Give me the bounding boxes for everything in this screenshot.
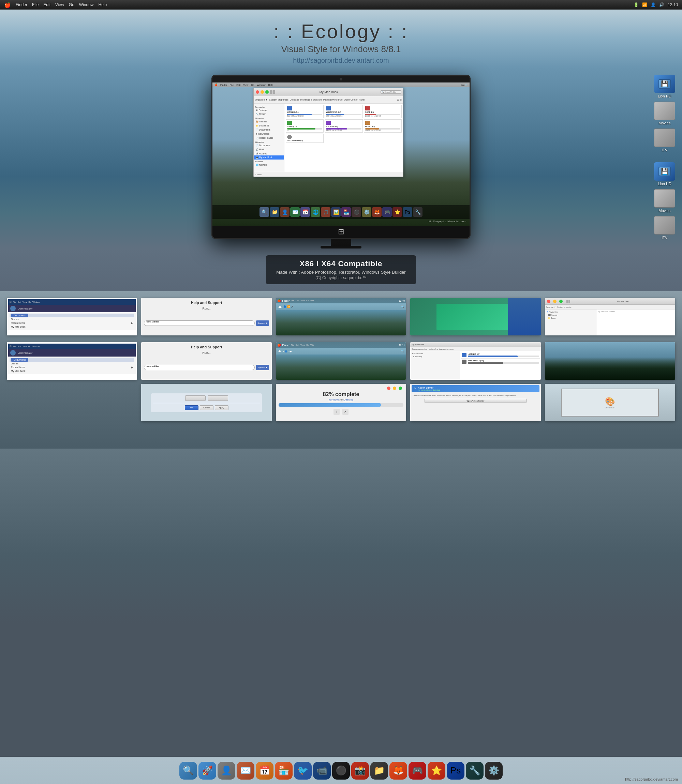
sidebar-network[interactable]: 🌐 Network bbox=[254, 163, 284, 167]
drive-backup[interactable]: BACKUP (H:) 245 GB free of 937 GB bbox=[325, 119, 362, 133]
sm2-mymacbook[interactable]: My Mac Book bbox=[10, 369, 134, 373]
dock-star[interactable]: ⭐ bbox=[392, 207, 402, 217]
sidebar-documents[interactable]: 📄 Documents bbox=[254, 128, 284, 132]
file-menu[interactable]: File bbox=[32, 2, 38, 7]
sidebar-desktop[interactable]: 🖥 Desktop bbox=[254, 108, 284, 112]
map-network-btn[interactable]: Map network drive bbox=[323, 99, 343, 101]
sidebar-recent[interactable]: 🕐 Recent places bbox=[254, 136, 284, 140]
mac-desktop-item[interactable]: 🖥 Desktop bbox=[546, 313, 596, 316]
desktop-icon-movies[interactable]: Movies bbox=[654, 102, 675, 125]
exp-det-uninstall[interactable]: Uninstall or change a program bbox=[429, 348, 454, 350]
dock-calendar-main[interactable]: 📅 bbox=[256, 762, 274, 779]
sys-props-btn[interactable]: System properties bbox=[269, 99, 288, 101]
back-btn[interactable] bbox=[270, 90, 272, 94]
mac-sys-props[interactable]: System propertie bbox=[557, 306, 572, 308]
drive-soft[interactable]: SOFT (E:) 205 GB free of 320 GB bbox=[364, 105, 402, 118]
desktop-icon-lionhd[interactable]: 💾 Lion HD bbox=[654, 75, 675, 98]
mac-close[interactable] bbox=[547, 300, 550, 303]
edit-menu[interactable]: Edit bbox=[43, 2, 51, 7]
desktop-icon-lionhd2[interactable]: 💾 Lion HD bbox=[654, 162, 675, 186]
sidebar-docs2[interactable]: 📄 Documents bbox=[254, 143, 284, 148]
sm2-documents[interactable]: Documents bbox=[10, 358, 134, 362]
dock-photos[interactable]: 🖼️ bbox=[331, 207, 341, 217]
search-box[interactable]: 🔍 Search My Mac bbox=[381, 90, 401, 94]
prog-min[interactable] bbox=[393, 386, 396, 390]
drive-music[interactable]: MUSIC (F:) 149 GB free of 280 GB bbox=[364, 119, 402, 133]
cancel-button[interactable]: Cancel bbox=[200, 405, 214, 410]
sidebar-downloads[interactable]: ⬇ Downloads bbox=[254, 132, 284, 136]
dock-finder-main[interactable]: 🔍 bbox=[179, 762, 197, 779]
mac-max[interactable] bbox=[559, 300, 562, 303]
dock-safari[interactable]: 🌐 bbox=[311, 207, 320, 217]
sidebar-repair[interactable]: 🔧 Repair bbox=[254, 112, 284, 116]
dock-games-main[interactable]: 🎮 bbox=[408, 762, 426, 779]
dock-calendar[interactable]: 📅 bbox=[300, 207, 310, 217]
sm-mymacbook[interactable]: My Mac Book bbox=[10, 325, 134, 329]
drive-game[interactable]: GAME (G:) --- bbox=[286, 119, 323, 133]
prog-close[interactable] bbox=[387, 386, 390, 390]
dialog-btn1[interactable] bbox=[185, 395, 206, 401]
dock-appstore-main[interactable]: 🏪 bbox=[275, 762, 293, 779]
sign-out-btn[interactable]: Sign out ▼ bbox=[256, 320, 269, 326]
sidebar-pictures[interactable]: 🖼 Pictures bbox=[254, 152, 284, 156]
sidebar-mymacbook[interactable]: 💻 My Mac Book bbox=[254, 156, 284, 159]
dialog-btn2[interactable] bbox=[208, 395, 228, 401]
view-menu[interactable]: View bbox=[55, 2, 64, 7]
exp-det-desktop[interactable]: 🖥 Desktop bbox=[411, 355, 458, 358]
organise-btn[interactable]: Organise ▼ bbox=[255, 99, 268, 101]
control-panel-btn[interactable]: Open Control Panel bbox=[344, 99, 365, 101]
dock-terminal[interactable]: ⚫ bbox=[352, 207, 361, 217]
close-btn[interactable] bbox=[256, 90, 259, 94]
dock-music[interactable]: 🎵 bbox=[321, 207, 330, 217]
prog-max[interactable] bbox=[398, 386, 402, 390]
desktop-icon-itv2[interactable]: iTV bbox=[654, 216, 675, 240]
help2-input[interactable]: rrams and files bbox=[144, 365, 255, 370]
drive-win7[interactable]: WINDOWS 7 (D:) 29.8 GB free of 30.2 GB bbox=[325, 105, 362, 118]
dock-games[interactable]: 🎮 bbox=[382, 207, 392, 217]
mac-sagor-item[interactable]: 📁 Sagor bbox=[546, 316, 596, 320]
dock-unknown2[interactable]: ⚙️ bbox=[485, 762, 503, 779]
exp-det-sys-props[interactable]: System properties bbox=[411, 348, 427, 350]
sm-documents[interactable]: Documents bbox=[10, 313, 134, 317]
dock-finder[interactable]: 🔍 bbox=[260, 207, 269, 217]
view-options[interactable]: ☰ ⊞ bbox=[397, 99, 402, 101]
dock-unknown1[interactable]: 📸 bbox=[351, 762, 369, 779]
help2-signout[interactable]: Sign out ▼ bbox=[256, 365, 269, 370]
dock-photoshop-main[interactable]: Ps bbox=[447, 762, 464, 779]
drive-dvd[interactable]: DVD RW Drive (I:) bbox=[286, 134, 323, 143]
sm-recent[interactable]: Recent Items ▶ bbox=[10, 321, 134, 325]
apple-menu[interactable]: 🍎 bbox=[4, 2, 11, 8]
dock-photoshop[interactable]: Ps bbox=[403, 207, 412, 217]
dock-launchpad[interactable]: 🚀 bbox=[198, 762, 216, 779]
desktop-icon-movies2[interactable]: Movies bbox=[654, 189, 675, 213]
mac-organise[interactable]: Organise ▼ bbox=[546, 306, 556, 308]
ac-open-btn[interactable]: Open Action Center bbox=[425, 399, 527, 403]
dock-firefox[interactable]: 🦊 bbox=[372, 207, 382, 217]
maximize-btn[interactable] bbox=[265, 90, 269, 94]
forward-btn[interactable] bbox=[273, 90, 275, 94]
window-menu[interactable]: Window bbox=[79, 2, 94, 7]
dock-more[interactable]: 🔧 bbox=[466, 762, 484, 779]
sm-games[interactable]: Games bbox=[10, 317, 134, 321]
sm2-games[interactable]: Games bbox=[10, 362, 134, 366]
minimize-btn[interactable] bbox=[261, 90, 264, 94]
dock-settings[interactable]: ⚙️ bbox=[362, 207, 371, 217]
dock-appstore[interactable]: 🏪 bbox=[341, 207, 351, 217]
dock-files[interactable]: 📁 bbox=[370, 762, 388, 779]
dock-firefox-main[interactable]: 🦊 bbox=[389, 762, 407, 779]
sidebar-themes[interactable]: 🎨 Themes bbox=[254, 120, 284, 124]
prog-cancel-btn[interactable]: ✕ bbox=[343, 409, 349, 415]
sidebar-system32[interactable]: 📁 System32 bbox=[254, 124, 284, 128]
mac-min[interactable] bbox=[553, 300, 556, 303]
go-menu[interactable]: Go bbox=[69, 2, 74, 7]
sidebar-music[interactable]: 🎵 Music bbox=[254, 148, 284, 152]
sm2-recent[interactable]: Recent Items ▶ bbox=[10, 366, 134, 369]
header-url[interactable]: http://sagorpirbd.deviantart.com bbox=[0, 57, 682, 64]
dock-star-main[interactable]: ⭐ bbox=[428, 762, 445, 779]
drive-lionhd[interactable]: LION HD (C:) 81.2 GB free of 80.0 GB bbox=[286, 105, 323, 118]
dock-twitter[interactable]: 🐦 bbox=[294, 762, 312, 779]
finder-menu[interactable]: Finder bbox=[16, 2, 27, 7]
desktop-icon-itv[interactable]: iTV bbox=[654, 129, 675, 152]
prog-pause-btn[interactable]: ⏸ bbox=[333, 409, 339, 415]
dock-terminal-main[interactable]: ⚫ bbox=[332, 762, 350, 779]
